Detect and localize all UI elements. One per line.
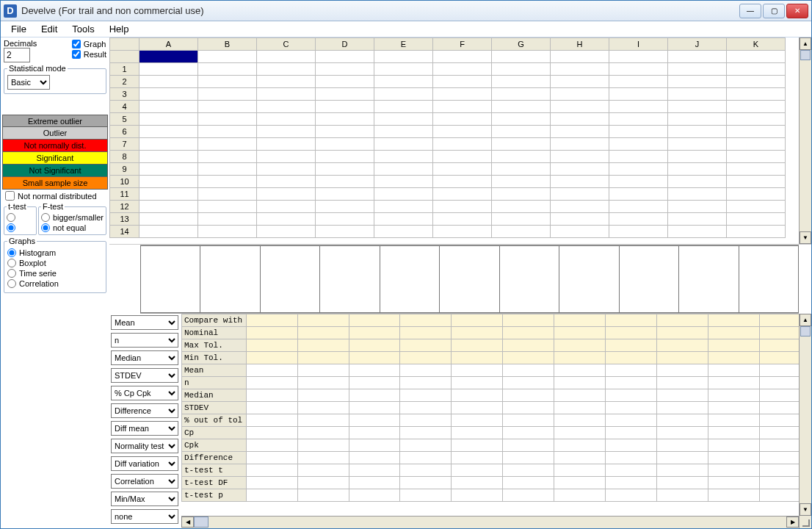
cell[interactable]	[727, 188, 786, 201]
result-cell[interactable]	[400, 339, 452, 352]
cell[interactable]	[316, 101, 374, 113]
cell[interactable]	[668, 188, 727, 201]
result-cell[interactable]	[657, 489, 708, 502]
cell[interactable]	[198, 101, 257, 113]
result-cell[interactable]	[554, 414, 606, 427]
cell[interactable]	[609, 213, 668, 226]
cell[interactable]	[374, 188, 433, 201]
menu-tools[interactable]: Tools	[65, 22, 101, 36]
cell[interactable]	[198, 226, 257, 238]
result-cell[interactable]	[503, 439, 554, 452]
cell[interactable]	[609, 88, 668, 101]
cell[interactable]	[433, 126, 492, 138]
cell[interactable]	[609, 113, 668, 126]
result-cell[interactable]	[708, 489, 760, 502]
result-cell[interactable]	[246, 439, 297, 452]
cell[interactable]	[257, 163, 316, 176]
result-cell[interactable]	[657, 339, 708, 352]
cell[interactable]	[727, 113, 786, 126]
result-cell[interactable]	[657, 389, 708, 402]
col-header[interactable]: I	[609, 38, 668, 51]
result-cell[interactable]	[349, 464, 400, 477]
result-cell[interactable]	[708, 439, 760, 452]
not-normal-distributed-checkbox[interactable]: Not normal distributed	[1, 190, 109, 202]
result-cell[interactable]	[657, 477, 708, 489]
cell[interactable]	[433, 188, 492, 201]
result-cell[interactable]	[554, 402, 606, 414]
cell[interactable]	[492, 113, 551, 126]
cell[interactable]	[257, 226, 316, 238]
cell[interactable]	[551, 88, 609, 101]
scroll-down-icon[interactable]: ▼	[800, 231, 811, 244]
cell[interactable]	[727, 76, 786, 88]
cell[interactable]	[198, 176, 257, 188]
result-cell[interactable]	[503, 414, 554, 427]
result-cell[interactable]	[297, 414, 349, 427]
result-cell[interactable]	[297, 377, 349, 389]
menu-edit[interactable]: Edit	[34, 22, 65, 36]
cell[interactable]	[316, 213, 374, 226]
result-cell[interactable]	[349, 427, 400, 439]
row-header[interactable]: 3	[110, 88, 139, 101]
result-cell[interactable]	[246, 389, 297, 402]
result-cell[interactable]	[606, 377, 657, 389]
cell[interactable]	[139, 76, 198, 88]
result-cell[interactable]	[246, 427, 297, 439]
cell[interactable]	[257, 188, 316, 201]
cell[interactable]	[551, 151, 609, 163]
result-cell[interactable]	[606, 464, 657, 477]
col-header[interactable]: H	[551, 38, 609, 51]
graphs-radio-boxplot[interactable]: Boxplot	[7, 258, 103, 268]
cell[interactable]	[198, 126, 257, 138]
menu-help[interactable]: Help	[102, 22, 137, 36]
result-cell[interactable]	[606, 389, 657, 402]
stat-select[interactable]: n	[111, 333, 178, 348]
cell[interactable]	[257, 51, 316, 63]
cell[interactable]	[551, 213, 609, 226]
result-cell[interactable]	[349, 439, 400, 452]
result-cell[interactable]	[554, 439, 606, 452]
cell[interactable]	[139, 226, 198, 238]
stat-select[interactable]: Diff mean	[111, 421, 178, 436]
result-cell[interactable]	[657, 427, 708, 439]
result-cell[interactable]	[657, 452, 708, 464]
result-cell[interactable]	[246, 339, 297, 352]
cell[interactable]	[257, 113, 316, 126]
result-cell[interactable]	[452, 352, 503, 364]
result-cell[interactable]	[554, 314, 606, 327]
cell[interactable]	[668, 51, 727, 63]
result-cell[interactable]	[503, 452, 554, 464]
stat-select[interactable]: Normality test	[111, 439, 178, 453]
result-cell[interactable]	[452, 477, 503, 489]
graphs-radio-correlation[interactable]: Correlation	[7, 278, 103, 289]
ftest-radio-bigger-smaller[interactable]: bigger/smaller	[41, 212, 104, 223]
cell[interactable]	[198, 138, 257, 151]
result-cell[interactable]	[297, 364, 349, 377]
result-cell[interactable]	[452, 327, 503, 339]
result-cell[interactable]	[246, 377, 297, 389]
result-cell[interactable]	[606, 402, 657, 414]
cell[interactable]	[668, 213, 727, 226]
cell[interactable]	[727, 126, 786, 138]
result-cell[interactable]	[246, 327, 297, 339]
result-cell[interactable]	[503, 389, 554, 402]
results-grid[interactable]: Compare withNominalMax Tol.Min Tol.Meann…	[181, 314, 811, 528]
cell[interactable]	[551, 76, 609, 88]
cell[interactable]	[551, 163, 609, 176]
cell[interactable]	[727, 226, 786, 238]
cell[interactable]	[492, 88, 551, 101]
result-cell[interactable]	[606, 364, 657, 377]
cell[interactable]	[727, 201, 786, 213]
cell[interactable]	[551, 51, 609, 63]
result-cell[interactable]	[349, 314, 400, 327]
col-header[interactable]: B	[198, 38, 257, 51]
result-cell[interactable]	[452, 452, 503, 464]
row-header[interactable]: 7	[110, 138, 139, 151]
cell[interactable]	[727, 51, 786, 63]
result-cell[interactable]	[452, 402, 503, 414]
cell[interactable]	[374, 176, 433, 188]
result-cell[interactable]	[657, 352, 708, 364]
result-cell[interactable]	[554, 477, 606, 489]
result-cell[interactable]	[400, 439, 452, 452]
cell[interactable]	[609, 138, 668, 151]
